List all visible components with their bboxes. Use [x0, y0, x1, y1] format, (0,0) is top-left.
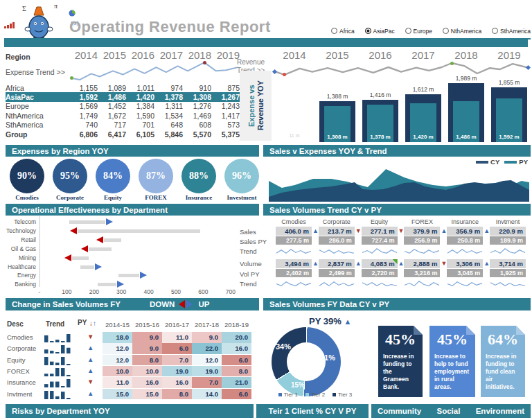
radio-selected-icon[interactable] [365, 28, 371, 34]
expense-vs-label: Expense vs [247, 71, 256, 141]
cell-value: 717 [98, 121, 126, 129]
inner-bar: 1,592 m [496, 98, 522, 142]
category-label-banking: Banking [6, 281, 36, 288]
bar-inner-label: 1,420 m [410, 134, 436, 140]
sales-trend-sparkline [490, 246, 526, 254]
up-arrow-icon [186, 300, 193, 308]
chart-axis-line [39, 216, 40, 287]
section-header-sales-v-expenses: Sales v Expenses YOY & Trend [263, 145, 531, 157]
vol-py-value: 2,499 m [319, 269, 355, 277]
radio-unselected-icon[interactable] [492, 28, 498, 34]
radio-unselected-icon[interactable] [405, 28, 411, 34]
row-label: Africa [6, 84, 69, 92]
region-radio-africa[interactable]: Africa [331, 25, 355, 37]
volume-value: 2,888 m [404, 259, 440, 268]
volume-value: 3,714 m [490, 259, 526, 268]
page-title: Operating Revenue Report [69, 18, 271, 36]
kpi-circle: 84% [96, 159, 130, 193]
cell-value: 1,486 [98, 93, 126, 101]
revenue-chart-year-header: 201420152016201720182019 [273, 49, 531, 61]
row-label-trend: Trend [240, 280, 256, 288]
header-divider [4, 38, 528, 47]
up-arrow-icon: ↑ [93, 320, 96, 327]
row-label-vol-py: Vol PY [240, 270, 260, 278]
row-label: Group [6, 130, 69, 139]
category-label-technology: Technology [6, 227, 36, 234]
risk-cell: 19.0 [162, 366, 192, 377]
sales-py-value: 256.9 m [404, 236, 440, 245]
year-label: 2014 [69, 49, 98, 61]
radio-label: Europe [414, 28, 432, 35]
risk-cell: 16.0 [222, 343, 251, 354]
spark-start-marker [70, 76, 73, 80]
cell-value: 1,155 [69, 84, 98, 92]
risk-cell: 7.0 [192, 377, 222, 388]
sales-trend-sparkline [319, 246, 355, 254]
risk-cell: 7.0 [162, 355, 192, 366]
axis-tick-label: 500 [171, 288, 181, 295]
row-label-insurance: Insurance [7, 378, 36, 386]
radio-label: NthAmerica [451, 28, 481, 35]
effectiveness-investment: 96%Investment [220, 159, 263, 202]
area-chart-plot [269, 167, 529, 202]
region-radio-sthamerica[interactable]: SthAmerica [492, 25, 531, 37]
trend-minibar-chart [44, 344, 72, 353]
section-header-expenses-by-region: Expenses by Region YOY [6, 145, 259, 157]
cell-value: 1,243 [211, 102, 240, 110]
year-column-header: 2018-19 [222, 321, 251, 329]
comment-flag-icon [393, 259, 398, 264]
sales-py-value: 250.8 m [447, 236, 483, 245]
up-arrow-icon: ▲ [312, 227, 319, 235]
inner-bar: 1,420 m [410, 103, 436, 142]
dashboard: Σ π f(x) Operating Revenue Report Africa… [0, 0, 532, 420]
inner-bar: 1,308 m [324, 106, 351, 142]
down-arrow-icon: ▼ [87, 378, 94, 385]
year-label: 2014 [273, 49, 316, 61]
legend-swatch [278, 393, 282, 396]
cell-value: 6,806 [69, 130, 98, 139]
cell-value: 648 [154, 121, 183, 129]
trend-minibar-chart [44, 390, 72, 399]
down-label: DOWN [150, 300, 175, 308]
kpi-circle-label: Cmodies [6, 194, 48, 201]
up-arrow-icon: ▲ [355, 259, 362, 268]
row-label: NthAmerica [6, 112, 69, 120]
radio-unselected-icon[interactable] [443, 28, 449, 34]
region-radio-europe[interactable]: Europe [405, 25, 432, 37]
table-row-sthamerica: SthAmerica740717701648608573 [6, 121, 240, 130]
risk-cell: 12.0 [192, 355, 222, 366]
category-label-telecom: Telecom [6, 218, 36, 225]
row-label-sales: Sales [240, 228, 256, 236]
kpi-description: Increase to help to fund employment in r… [429, 349, 475, 391]
trend-minibar-chart [44, 333, 72, 342]
sales-change-chart: TelecomTechnologyRetailOil & GasMiningHe… [6, 216, 241, 297]
cell-value: 1,420 [126, 93, 154, 101]
kpi-card-2: 45%Increase to help to fund employment i… [429, 326, 475, 397]
up-arrow-icon: ▲ [87, 367, 94, 374]
cell-value: 1,384 [126, 102, 154, 110]
axis-tick-label: 700 [226, 288, 236, 295]
card-fold-icon [466, 326, 475, 335]
bar-total-label: 1,416 m [359, 91, 402, 98]
legend-label: CY [490, 158, 499, 166]
year-column-header: 2015-16 [132, 321, 162, 329]
volume-trend-sparkline [490, 279, 526, 287]
volume-value: 3,306 m [447, 259, 483, 268]
radio-unselected-icon[interactable] [331, 28, 337, 34]
up-arrow-icon [117, 281, 124, 288]
region-radio-asiapac[interactable]: AsiaPac [365, 25, 395, 37]
region-filter-group: AfricaAsiaPacEuropeNthAmericaSthAmerica [331, 25, 531, 40]
change-bar [98, 283, 116, 286]
risk-cell: 14.0 [192, 389, 222, 400]
kpi-description: Increase in funding to the Grameen Bank. [378, 349, 423, 391]
sales-py-value: 189.9 m [490, 236, 526, 245]
down-arrow-icon: ▼ [355, 227, 362, 235]
risk-cell: 10.0 [103, 366, 132, 377]
cell-value: 1,672 [98, 112, 126, 120]
risk-cell: 8.0 [132, 355, 162, 366]
kpi-circle: 96% [224, 159, 259, 193]
change-bar [78, 229, 200, 233]
table-row-group: Group6,8066,4176,1055,8465,5705,375 [6, 130, 240, 139]
region-radio-nthamerica[interactable]: NthAmerica [443, 25, 481, 37]
cell-value: 974 [154, 84, 183, 92]
